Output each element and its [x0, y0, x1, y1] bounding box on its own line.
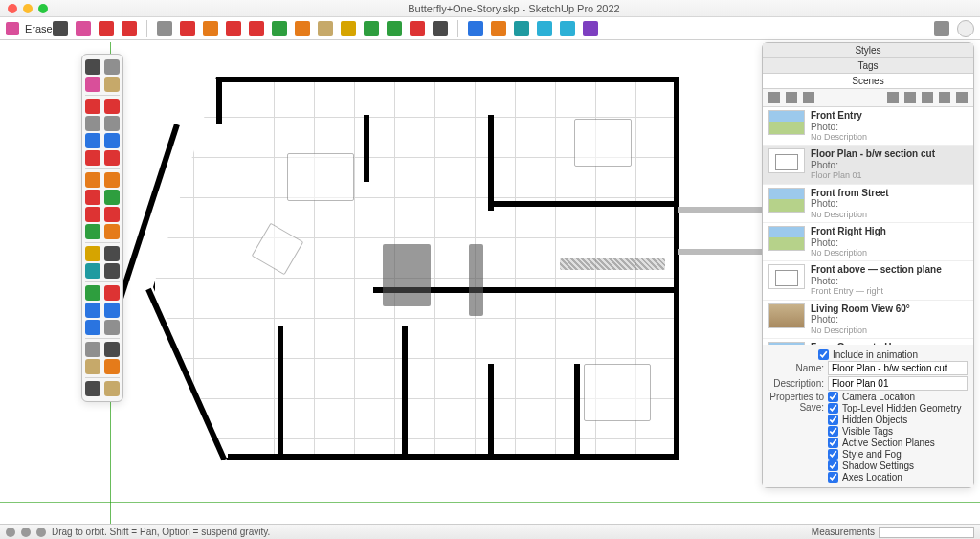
paint-icon[interactable]	[364, 21, 379, 36]
select-icon[interactable]	[53, 21, 68, 36]
account-icon[interactable]	[957, 20, 974, 37]
credits-icon[interactable]	[21, 528, 31, 537]
geo-icon[interactable]	[6, 528, 15, 537]
outer-shell-icon[interactable]	[104, 190, 120, 205]
scene-row[interactable]: Floor Plan - b/w section cutPhoto:Floor …	[763, 146, 973, 184]
text-icon[interactable]	[341, 21, 356, 36]
pushpull-icon[interactable]	[85, 172, 100, 188]
list-icon[interactable]	[922, 92, 933, 103]
text-icon[interactable]	[104, 246, 120, 261]
zoomextents-icon[interactable]	[85, 320, 100, 335]
rectangle-icon[interactable]	[85, 116, 100, 131]
pan-icon[interactable]	[104, 285, 120, 301]
section-icon[interactable]	[583, 21, 598, 36]
freehand-icon[interactable]	[104, 99, 120, 114]
followme-icon[interactable]	[104, 172, 120, 188]
addlocation-icon[interactable]	[468, 21, 483, 36]
properties-to-save: Camera LocationTop-Level Hidden Geometry…	[828, 392, 962, 483]
select-icon[interactable]	[85, 59, 100, 75]
pan-icon[interactable]	[410, 21, 425, 36]
position-camera-icon[interactable]	[85, 342, 100, 357]
prop-checkbox[interactable]	[828, 392, 838, 402]
move-icon[interactable]	[249, 21, 264, 36]
remove-scene-icon[interactable]	[803, 92, 814, 103]
3dwarehouse-icon[interactable]	[491, 21, 506, 36]
tab-scenes[interactable]: Scenes	[763, 74, 973, 89]
orbit-icon[interactable]	[387, 21, 402, 36]
eraser-icon[interactable]	[76, 21, 91, 36]
rotate-icon[interactable]	[272, 21, 287, 36]
tape-icon[interactable]	[104, 224, 120, 239]
dot-icon[interactable]	[36, 528, 46, 537]
dimension-icon[interactable]	[85, 246, 100, 261]
prop-checkbox[interactable]	[828, 403, 838, 414]
walk-icon[interactable]	[85, 359, 100, 374]
eraser-icon[interactable]	[85, 77, 100, 92]
sectionplane-icon[interactable]	[104, 359, 120, 374]
tab-tags[interactable]: Tags	[763, 58, 973, 74]
circle-icon[interactable]	[180, 21, 195, 36]
rectangle-icon[interactable]	[157, 21, 172, 36]
arc-icon[interactable]	[85, 150, 100, 166]
scene-row[interactable]: Front from StreetPhoto:No Description	[763, 185, 973, 223]
scene-row[interactable]: Front EntryPhoto:No Description	[763, 107, 973, 146]
close-icon[interactable]	[8, 4, 17, 13]
prop-checkbox[interactable]	[828, 460, 838, 471]
scene-up-icon[interactable]	[887, 92, 899, 103]
prop-checkbox[interactable]	[828, 449, 838, 460]
lasso-icon[interactable]	[104, 59, 120, 75]
search-icon[interactable]	[934, 21, 949, 36]
pushpull-icon[interactable]	[203, 21, 218, 36]
layers-icon[interactable]	[537, 21, 552, 36]
prop-checkbox[interactable]	[828, 426, 838, 437]
refresh-icon[interactable]	[768, 92, 780, 103]
addlocation-icon[interactable]	[85, 381, 100, 396]
prop-checkbox[interactable]	[828, 472, 838, 483]
offset-icon[interactable]	[226, 21, 241, 36]
zoom-icon[interactable]	[85, 303, 100, 318]
minimize-icon[interactable]	[23, 4, 33, 13]
name-label: Name:	[768, 363, 824, 373]
tab-styles[interactable]: Styles	[763, 43, 973, 58]
lookaround-icon[interactable]	[104, 342, 120, 357]
scale-icon[interactable]	[85, 224, 100, 239]
scale-icon[interactable]	[295, 21, 310, 36]
3dtext-icon[interactable]	[104, 263, 120, 279]
scene-down-icon[interactable]	[904, 92, 916, 103]
move-icon[interactable]	[85, 207, 100, 222]
scene-row[interactable]: Front Right HighPhoto:No Description	[763, 223, 973, 261]
arc-icon[interactable]	[122, 21, 137, 36]
thumb-icon[interactable]	[939, 92, 950, 103]
prop-checkbox[interactable]	[828, 415, 838, 425]
zoom-icon[interactable]	[433, 21, 448, 36]
rotate-icon[interactable]	[104, 207, 120, 222]
scene-row[interactable]: Living Room View 60°Photo:No Description	[763, 301, 973, 339]
line-icon[interactable]	[99, 21, 114, 36]
scene-name-input[interactable]	[828, 361, 968, 375]
orbit-icon[interactable]	[85, 285, 100, 301]
prop-checkbox[interactable]	[828, 438, 838, 448]
polygon-icon[interactable]	[104, 133, 120, 148]
axes-icon[interactable]	[85, 263, 100, 279]
outliner-icon[interactable]	[560, 21, 575, 36]
paintbucket-icon[interactable]	[104, 77, 120, 92]
zoom-icon[interactable]	[38, 4, 48, 13]
tape-icon[interactable]	[318, 21, 333, 36]
photo-icon[interactable]	[104, 381, 120, 396]
scene-row[interactable]: Front above — section planePhoto:Front E…	[763, 261, 973, 300]
previous-icon[interactable]	[104, 320, 120, 335]
zoomwindow-icon[interactable]	[104, 303, 120, 318]
extensions-icon[interactable]	[514, 21, 529, 36]
measurements-input[interactable]	[879, 527, 974, 538]
rotrect-icon[interactable]	[104, 116, 120, 131]
scene-description-input[interactable]	[828, 376, 968, 391]
2parc-icon[interactable]	[104, 150, 120, 166]
menu-icon[interactable]	[956, 92, 968, 103]
include-in-animation-checkbox[interactable]	[818, 349, 829, 360]
circle-icon[interactable]	[85, 133, 100, 148]
line-icon[interactable]	[85, 99, 100, 114]
floorplan	[153, 77, 679, 460]
scene-list[interactable]: Front EntryPhoto:No DescriptionFloor Pla…	[763, 107, 973, 345]
add-scene-icon[interactable]	[786, 92, 797, 103]
offset-icon[interactable]	[85, 190, 100, 205]
